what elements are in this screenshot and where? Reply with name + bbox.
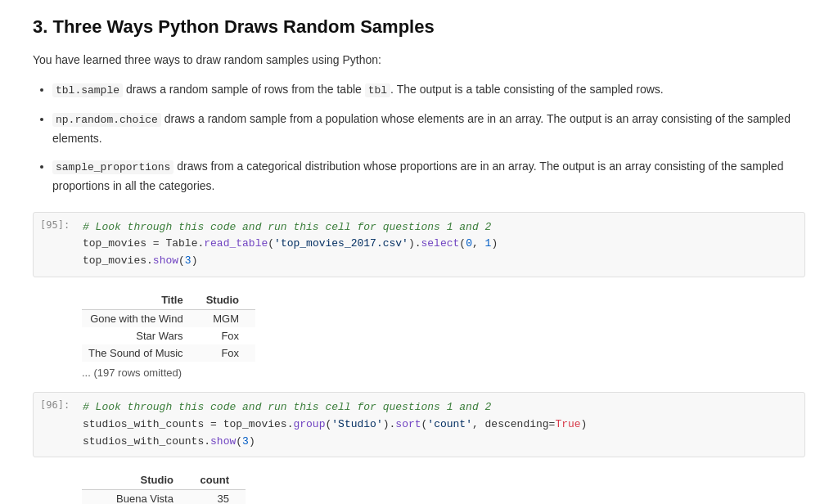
cell-studio-3: Fox xyxy=(200,344,255,362)
code-np-random: np.random.choice xyxy=(52,113,161,127)
cell-count-r1: 35 xyxy=(190,490,246,504)
cell-96-line1: studios_with_counts = top_movies.group('… xyxy=(83,416,796,434)
code-tbl-sample: tbl.sample xyxy=(52,83,123,97)
table-row: Gone with the Wind MGM xyxy=(82,309,255,327)
cell-96-code-block[interactable]: [96]: # Look through this code and run t… xyxy=(33,392,805,457)
col-header-studio: Studio xyxy=(200,290,255,310)
cell-96-number: [96]: xyxy=(40,399,70,411)
cell-95-line1: top_movies = Table.read_table('top_movie… xyxy=(83,236,796,253)
col-header-studio-2: Studio xyxy=(82,470,190,490)
bullet-1-text1: draws a random sample of rows from the t… xyxy=(123,83,365,96)
intro-text: You have learned three ways to draw rand… xyxy=(33,51,805,69)
col-header-count: count xyxy=(190,470,246,490)
cell-95-code: # Look through this code and run this ce… xyxy=(83,219,796,270)
bullet-1-text2: . The output is a table consisting of th… xyxy=(390,83,664,96)
cell-title-1: Gone with the Wind xyxy=(82,309,200,327)
code-sample-proportions: sample_proportions xyxy=(52,160,173,174)
cell-95-output-table: Title Studio Gone with the Wind MGM Star… xyxy=(82,290,255,362)
cell-95-code-block[interactable]: [95]: # Look through this code and run t… xyxy=(33,212,805,277)
cell-95-number: [95]: xyxy=(40,219,70,231)
cell-title-2: Star Wars xyxy=(82,327,200,344)
table-row: Buena Vista 35 xyxy=(82,490,246,504)
cell-96-output-table: Studio count Buena Vista 35 Warner Broth… xyxy=(82,470,246,504)
cell-studio-1: MGM xyxy=(200,309,255,327)
bullet-item-2: np.random.choice draws a random sample f… xyxy=(52,110,805,147)
cell-title-3: The Sound of Music xyxy=(82,344,200,362)
code-tbl: tbl xyxy=(365,83,390,97)
cell-96-code: # Look through this code and run this ce… xyxy=(83,399,796,450)
cell-studio-2: Fox xyxy=(200,327,255,344)
cell-96-line2: studios_with_counts.show(3) xyxy=(83,434,796,451)
bullet-item-1: tbl.sample draws a random sample of rows… xyxy=(52,80,805,100)
table-row: The Sound of Music Fox xyxy=(82,344,255,362)
cell-96: [96]: # Look through this code and run t… xyxy=(33,392,805,504)
page-heading: 3. Three Ways Python Draws Random Sample… xyxy=(33,16,805,38)
cell-96-comment: # Look through this code and run this ce… xyxy=(83,399,796,416)
cell-95-omitted: ... (197 rows omitted) xyxy=(82,367,805,379)
cell-95: [95]: # Look through this code and run t… xyxy=(33,212,805,379)
col-header-title: Title xyxy=(82,290,200,310)
cell-studio-r1: Buena Vista xyxy=(82,490,190,504)
bullet-2-text1: draws a random sample from a population … xyxy=(52,112,791,145)
table-row: Star Wars Fox xyxy=(82,327,255,344)
bullet-list: tbl.sample draws a random sample of rows… xyxy=(33,80,805,195)
cell-95-comment: # Look through this code and run this ce… xyxy=(83,219,796,236)
bullet-item-3: sample_proportions draws from a categori… xyxy=(52,157,805,195)
cell-95-line2: top_movies.show(3) xyxy=(83,253,796,270)
